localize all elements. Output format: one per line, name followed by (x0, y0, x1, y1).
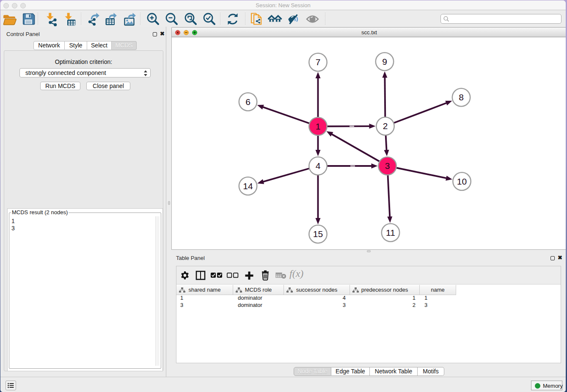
svg-text:2: 2 (383, 121, 388, 131)
svg-text:15: 15 (313, 229, 323, 239)
svg-text:9: 9 (382, 57, 387, 66)
svg-text:6: 6 (245, 97, 250, 107)
svg-text:11: 11 (386, 228, 395, 237)
svg-text:7: 7 (316, 57, 321, 67)
svg-text:3: 3 (385, 161, 390, 171)
svg-text:8: 8 (459, 92, 464, 102)
svg-text:10: 10 (457, 177, 467, 186)
svg-text:1: 1 (316, 121, 321, 131)
svg-text:14: 14 (243, 181, 253, 191)
svg-text:4: 4 (316, 161, 321, 171)
